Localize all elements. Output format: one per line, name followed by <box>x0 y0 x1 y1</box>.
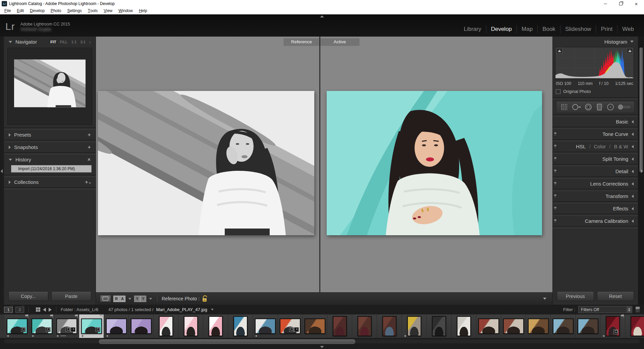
loupe-view-button[interactable] <box>100 295 111 302</box>
spot-removal-tool-icon[interactable] <box>571 103 581 111</box>
minimize-button[interactable] <box>598 0 613 7</box>
clear-history-button[interactable]: ✕ <box>87 157 91 162</box>
histogram[interactable] <box>555 47 634 79</box>
module-map[interactable]: Map <box>517 25 537 33</box>
filmstrip-thumbnail[interactable] <box>228 314 253 338</box>
copy-badge-icon[interactable] <box>96 327 100 332</box>
copy-button[interactable]: Copy... <box>8 291 48 301</box>
copy-badge-icon[interactable] <box>613 330 618 334</box>
module-print[interactable]: Print <box>596 25 617 33</box>
filmstrip-thumbnail[interactable]: ★ <box>79 314 104 338</box>
panel-header-snapshots[interactable]: Snapshots+ <box>4 142 96 152</box>
history-item-import[interactable]: Import (11/24/2016 1:36:20 PM) <box>11 165 92 172</box>
filmstrip-thumbnail[interactable] <box>129 314 154 338</box>
collapse-filmstrip-arrow-icon[interactable] <box>320 346 324 348</box>
menu-develop[interactable]: Develop <box>27 7 48 14</box>
menu-file[interactable]: File <box>1 7 14 14</box>
copy-badge-icon[interactable] <box>66 327 70 332</box>
active-photo[interactable] <box>327 91 542 235</box>
module-web[interactable]: Web <box>617 25 639 33</box>
close-button[interactable]: × <box>629 0 644 7</box>
second-window-button[interactable]: 2 <box>15 307 24 313</box>
filmstrip-thumbnail[interactable] <box>278 314 303 338</box>
zoom-mode-fill[interactable]: FILL <box>60 40 67 44</box>
zoom-level-stepper-icon[interactable]: ↕ <box>89 40 91 44</box>
filmstrip-thumbnail[interactable]: ★ <box>402 314 427 338</box>
filter-dropdown[interactable]: Filters Off <box>578 306 632 313</box>
copy-badge-icon[interactable] <box>21 327 26 332</box>
go-back-arrow-icon[interactable] <box>43 308 46 312</box>
module-library[interactable]: Library <box>459 25 486 33</box>
filmstrip-thumbnail[interactable] <box>451 314 476 338</box>
menu-settings[interactable]: Settings <box>64 7 85 14</box>
filmstrip-thumbnail[interactable] <box>501 314 526 338</box>
add-presets-button[interactable]: + <box>88 132 91 138</box>
star-rating[interactable]: ★ <box>106 335 109 338</box>
left-collapse-arrow-icon[interactable] <box>1 169 3 173</box>
panel-header-detail[interactable]: Detail <box>553 166 638 177</box>
panel-header-collections[interactable]: Collections+ <box>4 177 96 187</box>
highlight-clipping-button[interactable] <box>627 48 633 54</box>
panel-toggle-switch[interactable] <box>554 169 557 174</box>
left-panel-collapse-strip[interactable] <box>0 37 4 305</box>
grid-view-icon[interactable] <box>36 307 40 312</box>
view-mode-dropdown-icon[interactable] <box>128 298 131 300</box>
panel-header-effects[interactable]: Effects <box>553 203 638 214</box>
shadow-clipping-button[interactable] <box>556 48 562 54</box>
filmstrip-thumbnail[interactable]: ★ <box>30 314 54 338</box>
flag-icon[interactable] <box>25 314 28 318</box>
filmstrip-thumbnail[interactable] <box>178 314 203 338</box>
panel-toggle-switch[interactable] <box>554 132 557 137</box>
reference-lock-icon[interactable] <box>202 295 208 302</box>
original-photo-checkbox[interactable] <box>556 89 560 94</box>
filename-dropdown-icon[interactable] <box>211 309 214 310</box>
menu-view[interactable]: View <box>101 7 115 14</box>
graduated-filter-tool-icon[interactable] <box>595 103 603 111</box>
star-rating[interactable]: ★ •••• <box>56 335 66 338</box>
panel-header-transform[interactable]: Transform <box>553 191 638 201</box>
filmstrip-thumbnail[interactable] <box>352 314 377 338</box>
module-slideshow[interactable]: Slideshow <box>560 25 596 33</box>
copy-badge-icon[interactable] <box>289 327 294 332</box>
panel-header-presets[interactable]: Presets+ <box>4 130 96 140</box>
hsl-mode-bw[interactable]: B & W <box>614 144 628 149</box>
panel-toggle-switch[interactable] <box>554 206 557 211</box>
menu-window[interactable]: Window <box>115 7 136 14</box>
filmstrip-thumbnail[interactable]: ★ <box>600 314 625 338</box>
star-rating[interactable]: ★ <box>7 335 10 338</box>
right-panel-collapse-strip[interactable] <box>638 37 644 305</box>
reset-button[interactable]: Reset <box>597 291 634 301</box>
copy-badge-icon[interactable] <box>46 327 51 332</box>
menu-help[interactable]: Help <box>136 7 150 14</box>
main-window-button[interactable]: 1 <box>4 307 13 313</box>
previous-button[interactable]: Previous <box>557 291 594 301</box>
menu-tools[interactable]: Tools <box>85 7 101 14</box>
filmstrip-thumbnail[interactable]: ★ •••• <box>54 314 79 338</box>
filmstrip-thumbnail[interactable] <box>625 314 644 338</box>
panel-header-hsl-color-b-w[interactable]: HSL/Color/B & W <box>553 141 638 152</box>
filmstrip-thumbnail[interactable]: ★ <box>104 314 129 338</box>
filmstrip-thumbnail[interactable] <box>327 314 352 338</box>
filmstrip-thumbnail[interactable] <box>303 314 327 338</box>
zoom-mode-fit[interactable]: FIT <box>50 40 56 44</box>
hsl-mode-color[interactable]: Color <box>594 144 606 149</box>
collapse-top-panel-arrow-icon[interactable] <box>320 15 324 17</box>
panel-toggle-switch[interactable] <box>554 144 557 149</box>
toolbar-options-dropdown-icon[interactable] <box>543 298 546 300</box>
panel-toggle-switch[interactable] <box>554 219 557 223</box>
restore-button[interactable] <box>613 0 629 7</box>
reference-active-view-button[interactable]: RA <box>113 296 125 302</box>
zoom-mode-3-1[interactable]: 3:1 <box>80 40 86 44</box>
panel-header-camera-calibration[interactable]: Camera Calibration <box>553 216 638 226</box>
filmstrip-thumbnail[interactable] <box>551 314 576 338</box>
menu-edit[interactable]: Edit <box>14 7 27 14</box>
module-book[interactable]: Book <box>537 25 560 33</box>
flag-icon[interactable] <box>99 314 103 318</box>
before-after-view-button[interactable]: YY <box>134 296 146 302</box>
filmstrip-thumbnail[interactable] <box>203 314 228 338</box>
go-forward-arrow-icon[interactable] <box>49 308 52 312</box>
navigator-header[interactable]: Navigator FITFILL1:13:1 ↕ <box>4 37 96 47</box>
red-eye-tool-icon[interactable] <box>584 103 593 111</box>
histogram-header[interactable]: Histogram <box>553 37 638 47</box>
add-snapshots-button[interactable]: + <box>88 144 91 151</box>
